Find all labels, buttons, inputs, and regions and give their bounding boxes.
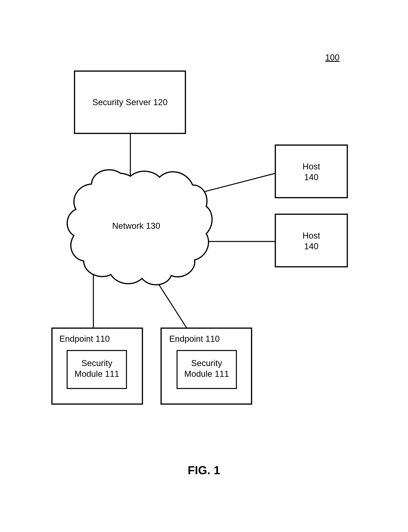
host1-label-line2: 140 (304, 172, 318, 182)
network-label: Network 130 (112, 221, 160, 231)
figure-caption: FIG. 1 (188, 464, 220, 477)
connector-network-host1 (193, 173, 275, 195)
host2-box (275, 214, 347, 267)
figure-ref-number: 100 (325, 52, 340, 62)
endpoint2-module-line2: Module 111 (184, 369, 229, 379)
diagram-canvas: 100 Security Server 120 Host 140 Host 14… (0, 0, 408, 532)
host2-label-line1: Host (303, 231, 320, 240)
host1-box (275, 145, 347, 198)
endpoint1-label: Endpoint 110 (59, 334, 110, 343)
security-server-label: Security Server 120 (93, 97, 168, 107)
endpoint1-module-line1: Security (82, 358, 112, 368)
endpoint1-module-line2: Module 111 (75, 369, 119, 379)
host2-label-line2: 140 (304, 242, 318, 251)
host1-label-line1: Host (303, 162, 320, 171)
endpoint2-module-line1: Security (191, 358, 222, 368)
endpoint2-label: Endpoint 110 (169, 334, 220, 343)
